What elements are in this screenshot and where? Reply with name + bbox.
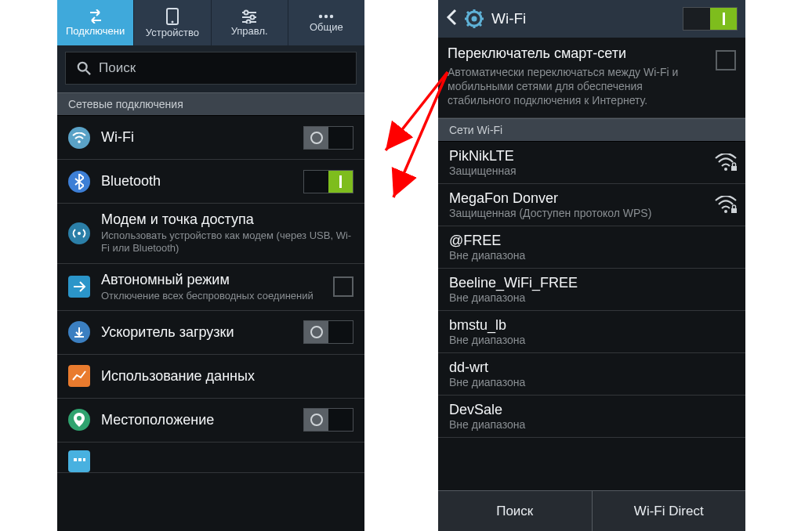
wifi-signal-icon	[714, 154, 734, 171]
network-row[interactable]: @FREEВне диапазона	[438, 226, 745, 269]
booster-toggle[interactable]	[303, 320, 353, 344]
svg-line-25	[467, 12, 469, 14]
svg-rect-30	[731, 166, 737, 171]
svg-line-12	[86, 70, 90, 74]
svg-rect-16	[74, 458, 77, 461]
network-sub: Вне диапазона	[449, 249, 734, 262]
network-sub: Вне диапазона	[449, 376, 734, 388]
network-sub: Защищенная	[449, 164, 706, 177]
network-sub: Вне диапазона	[449, 418, 734, 431]
wifi-title: Wi-Fi	[101, 129, 292, 146]
bluetooth-toggle[interactable]	[303, 170, 353, 193]
svg-line-26	[479, 23, 481, 26]
tethering-icon	[68, 222, 90, 244]
tab-device[interactable]: Устройство	[134, 0, 211, 45]
svg-point-5	[251, 15, 255, 19]
section-header-wifi-networks: Сети Wi-Fi	[438, 118, 745, 142]
wifi-signal-icon	[714, 196, 734, 213]
bluetooth-title: Bluetooth	[101, 173, 292, 190]
wifi-direct-button[interactable]: Wi-Fi Direct	[593, 491, 746, 531]
svg-point-10	[330, 14, 333, 17]
sliders-icon	[241, 9, 258, 23]
more-icon	[68, 450, 90, 472]
location-toggle[interactable]	[303, 408, 353, 432]
network-row[interactable]: Beeline_WiFi_FREEВне диапазона	[438, 269, 745, 311]
search-input[interactable]: Поиск	[65, 52, 357, 85]
network-name: dd-wrt	[449, 359, 734, 376]
svg-point-8	[319, 14, 322, 17]
scan-button[interactable]: Поиск	[438, 491, 593, 531]
other-row[interactable]	[57, 442, 364, 473]
smart-sub: Автоматически переключаться между Wi-Fi …	[448, 65, 708, 108]
gear-icon	[465, 9, 484, 28]
bluetooth-row[interactable]: Bluetooth	[57, 160, 364, 204]
search-icon	[77, 61, 91, 75]
booster-row[interactable]: Ускоритель загрузки	[57, 311, 364, 355]
network-row[interactable]: bmstu_lbВне диапазона	[438, 311, 745, 353]
location-row[interactable]: Местоположение	[57, 399, 364, 442]
wifi-icon	[68, 127, 90, 149]
wifi-toggle[interactable]	[303, 126, 353, 150]
svg-point-9	[324, 14, 328, 17]
network-name: PikNikLTE	[449, 148, 706, 164]
network-sub: Вне диапазона	[449, 291, 734, 304]
network-name: @FREE	[449, 233, 734, 249]
airplane-checkbox[interactable]	[333, 276, 353, 297]
tethering-sub: Использовать устройство как модем (через…	[101, 229, 353, 255]
location-icon	[68, 409, 90, 431]
phone-icon	[166, 8, 179, 25]
tab-connections[interactable]: Подключени	[57, 0, 134, 45]
network-row[interactable]: PikNikLTEЗащищенная	[438, 142, 745, 184]
tab-label: Управл.	[231, 25, 268, 37]
svg-rect-32	[731, 208, 737, 213]
network-name: DevSale	[449, 402, 734, 418]
network-row[interactable]: MegaFon DonverЗащищенная (Доступен прото…	[438, 184, 745, 226]
svg-point-1	[171, 20, 173, 23]
section-header-network: Сетевые подключения	[57, 92, 364, 116]
wifi-row[interactable]: Wi-Fi	[57, 116, 364, 160]
airplane-row[interactable]: Автономный режим Отключение всех беспров…	[57, 264, 364, 311]
tab-general[interactable]: Общие	[288, 0, 364, 45]
tethering-row[interactable]: Модем и точка доступа Использовать устро…	[57, 204, 364, 264]
wifi-screen: Wi-Fi Переключатель смарт-сети Автоматич…	[438, 0, 745, 531]
back-button[interactable]	[446, 9, 457, 30]
svg-point-31	[724, 210, 727, 213]
svg-line-27	[467, 23, 469, 26]
svg-rect-17	[78, 458, 82, 461]
network-name: bmstu_lb	[449, 317, 734, 334]
smart-checkbox[interactable]	[716, 50, 736, 70]
svg-point-20	[472, 16, 477, 22]
svg-point-14	[78, 232, 81, 235]
network-sub: Вне диапазона	[449, 334, 734, 346]
swap-icon	[87, 9, 104, 23]
download-icon	[68, 321, 90, 343]
top-tabs: Подключени Устройство Управл. Общие	[57, 0, 364, 45]
network-list: PikNikLTEЗащищенная MegaFon DonverЗащище…	[438, 142, 745, 438]
network-name: Beeline_WiFi_FREE	[449, 275, 734, 291]
tab-label: Устройство	[146, 27, 199, 38]
svg-point-29	[724, 168, 727, 171]
network-row[interactable]: DevSaleВне диапазона	[438, 396, 745, 438]
bottom-buttons: Поиск Wi-Fi Direct	[438, 490, 745, 531]
airplane-sub: Отключение всех беспроводных соединений	[101, 290, 322, 302]
network-name: MegaFon Donver	[449, 190, 706, 207]
airplane-title: Автономный режим	[101, 272, 322, 288]
chart-icon	[68, 365, 90, 387]
airplane-icon	[68, 276, 90, 298]
location-title: Местоположение	[101, 412, 292, 428]
tab-controls[interactable]: Управл.	[212, 0, 288, 45]
titlebar: Wi-Fi	[438, 0, 745, 38]
svg-line-28	[479, 12, 481, 14]
smart-network-row[interactable]: Переключатель смарт-сети Автоматически п…	[438, 38, 745, 118]
data-title: Использование данных	[101, 368, 353, 385]
search-placeholder: Поиск	[99, 60, 136, 76]
data-row[interactable]: Использование данных	[57, 355, 364, 399]
wifi-master-toggle[interactable]	[683, 7, 738, 31]
network-row[interactable]: dd-wrtВне диапазона	[438, 353, 745, 396]
svg-point-7	[247, 20, 251, 23]
bluetooth-icon	[68, 171, 90, 193]
booster-title: Ускоритель загрузки	[101, 324, 292, 341]
svg-point-13	[78, 140, 81, 143]
svg-point-11	[78, 63, 87, 71]
screen-title: Wi-Fi	[491, 10, 675, 27]
